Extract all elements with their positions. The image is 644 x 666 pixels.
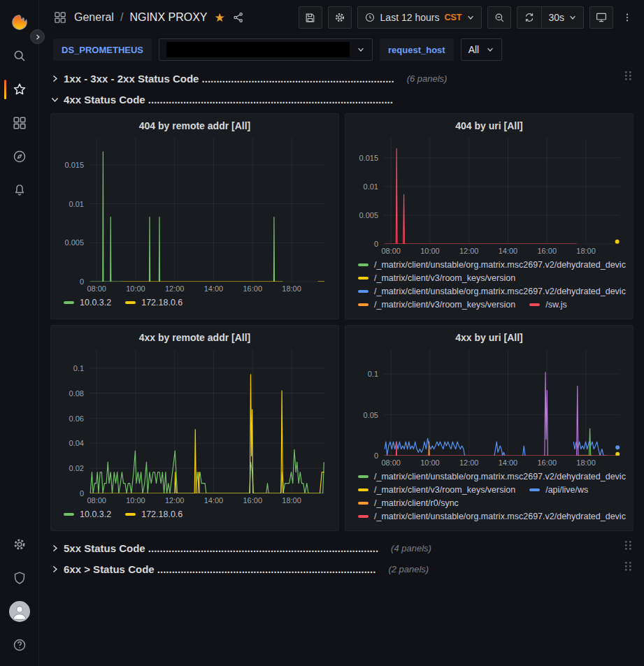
dashboard-settings-button[interactable]	[328, 6, 352, 29]
dashboard-scroll-area: 1xx - 3xx - 2xx Status Code ............…	[39, 64, 644, 666]
row-drag-handle[interactable]	[623, 560, 634, 578]
panel-title[interactable]: 4xx by uri [All]	[352, 329, 626, 346]
legend-item[interactable]: 10.0.3.2	[64, 298, 111, 307]
shield-icon	[12, 570, 27, 586]
chart-area[interactable]: 08:0010:0012:0014:0016:0018:0000.0050.01…	[58, 134, 331, 295]
zoom-out-time-button[interactable]	[487, 6, 511, 29]
drag-dots-icon	[624, 71, 632, 83]
svg-text:0.1: 0.1	[368, 370, 378, 378]
panel-title[interactable]: 404 by remote addr [All]	[58, 117, 331, 134]
legend-item[interactable]: /_matrix/client/v3/room_keys/version	[358, 300, 515, 310]
legend-item[interactable]: 172.18.0.6	[125, 298, 183, 307]
sidebar-item-starred[interactable]	[0, 73, 39, 106]
svg-text:08:00: 08:00	[381, 247, 401, 255]
time-range-label: Last 12 hours	[380, 12, 440, 23]
legend-item[interactable]: /api/live/ws	[529, 485, 588, 495]
legend-item[interactable]: /_matrix/client/unstable/org.matrix.msc2…	[358, 260, 626, 270]
variable-select-ds-prometheus[interactable]	[159, 38, 373, 61]
legend-item[interactable]: /_matrix/client/r0/sync	[358, 498, 459, 508]
dashboards-grid-icon	[12, 115, 27, 131]
svg-text:10:00: 10:00	[420, 247, 440, 255]
legend-swatch	[358, 502, 368, 505]
variable-label-request-host[interactable]: request_host	[380, 38, 454, 61]
row-header-1xx-3xx-2xx[interactable]: 1xx - 3xx - 2xx Status Code ............…	[50, 68, 634, 88]
grafana-app: General / NGINX PROXY ★	[0, 0, 644, 666]
sidebar-item-alerting[interactable]	[0, 173, 39, 207]
more-options-button[interactable]	[619, 6, 636, 29]
chart-panel: 404 by uri [All] 08:0010:0012:0014:0016:…	[345, 113, 634, 319]
variable-label-ds-prometheus[interactable]: DS_PROMETHEUS	[53, 38, 152, 61]
legend-item[interactable]: /_matrix/client/v3/room_keys/version	[358, 273, 515, 283]
row-header-6xx[interactable]: 6xx > Status Code ......................…	[50, 559, 634, 579]
sidebar-item-help[interactable]	[0, 628, 39, 662]
drag-dots-icon	[624, 561, 632, 574]
timezone-label: CST	[444, 13, 461, 22]
save-dashboard-button[interactable]	[299, 6, 322, 29]
panel-title[interactable]: 404 by uri [All]	[352, 117, 626, 134]
svg-text:14:00: 14:00	[499, 247, 518, 255]
kiosk-mode-button[interactable]	[589, 6, 613, 29]
svg-text:18:00: 18:00	[576, 247, 596, 255]
legend-label: 10.0.3.2	[80, 298, 111, 307]
sidebar-item-profile[interactable]	[0, 595, 39, 628]
grafana-logo-icon	[10, 13, 29, 31]
monitor-icon	[595, 11, 608, 24]
row-header-5xx[interactable]: 5xx Status Code ........................…	[50, 538, 634, 558]
sidebar-expand-button[interactable]	[30, 29, 45, 44]
breadcrumb: General / NGINX PROXY	[74, 11, 208, 24]
legend-item[interactable]: /_matrix/client/unstable/org.matrix.msc2…	[358, 472, 626, 482]
variable-value: All	[468, 44, 480, 55]
share-icon[interactable]	[232, 11, 245, 24]
variable-select-request-host[interactable]: All	[461, 38, 503, 61]
legend-item[interactable]: 172.18.0.6	[125, 509, 183, 519]
legend-swatch	[358, 277, 368, 280]
compass-icon	[12, 149, 27, 164]
chevron-right-icon	[50, 74, 59, 83]
row-drag-handle[interactable]	[623, 539, 634, 557]
legend-item[interactable]: 10.0.3.2	[64, 509, 111, 519]
breadcrumb-section[interactable]: General	[74, 11, 114, 24]
svg-text:0.005: 0.005	[359, 211, 378, 219]
legend-item[interactable]: /_matrix/client/unstable/org.matrix.msc2…	[358, 287, 626, 296]
variables-row: DS_PROMETHEUS request_host All	[39, 35, 644, 64]
legend-swatch	[358, 303, 368, 306]
legend-swatch	[125, 301, 136, 304]
row-panel-count: (2 panels)	[388, 564, 429, 574]
legend-item[interactable]: /sw.js	[529, 300, 567, 310]
svg-text:0.1: 0.1	[73, 364, 84, 372]
refresh-button[interactable]	[517, 7, 541, 28]
chevron-right-icon	[50, 95, 59, 104]
legend-label: /_matrix/client/v3/room_keys/version	[374, 273, 515, 283]
refresh-interval-dropdown[interactable]: 30s	[542, 7, 583, 28]
apps-grid-icon[interactable]	[53, 10, 67, 24]
sidebar-item-server-admin[interactable]	[0, 561, 39, 595]
chart-area[interactable]: 08:0010:0012:0014:0016:0018:0000.020.040…	[58, 346, 331, 507]
sidebar-item-dashboards[interactable]	[0, 106, 39, 140]
panel-title[interactable]: 4xx by remote addr [All]	[58, 329, 331, 346]
kebab-menu-icon	[622, 12, 633, 23]
sidebar-item-search[interactable]	[0, 39, 39, 73]
legend-item[interactable]: /_matrix/client/v3/room_keys/version	[358, 485, 515, 495]
sidebar-item-explore[interactable]	[0, 140, 39, 173]
svg-text:0.08: 0.08	[69, 389, 84, 398]
row-drag-handle[interactable]	[623, 69, 634, 87]
zoom-out-icon	[494, 12, 506, 24]
row-title: 1xx - 3xx - 2xx Status Code ............…	[64, 73, 394, 85]
row-title: 5xx Status Code ........................…	[64, 542, 378, 554]
sidebar-item-configuration[interactable]	[0, 528, 39, 561]
panel-legend: /_matrix/client/unstable/org.matrix.msc2…	[352, 257, 626, 313]
refresh-icon	[524, 12, 535, 23]
svg-text:14:00: 14:00	[499, 458, 518, 467]
legend-swatch	[64, 301, 74, 304]
favorite-star-icon[interactable]: ★	[215, 12, 225, 24]
svg-text:14:00: 14:00	[204, 496, 224, 505]
chart-area[interactable]: 08:0010:0012:0014:0016:0018:0000.050.1	[352, 346, 626, 469]
legend-item[interactable]: /_matrix/client/unstable/org.matrix.msc2…	[358, 512, 626, 521]
svg-text:08:00: 08:00	[87, 284, 106, 293]
page-title[interactable]: NGINX PROXY	[129, 11, 207, 24]
svg-text:14:00: 14:00	[204, 284, 224, 293]
time-range-picker[interactable]: Last 12 hours CST	[357, 6, 482, 29]
row-header-4xx[interactable]: 4xx Status Code ........................…	[50, 89, 634, 109]
chart-area[interactable]: 08:0010:0012:0014:0016:0018:0000.0050.01…	[352, 134, 626, 257]
legend-label: 172.18.0.6	[141, 298, 183, 307]
